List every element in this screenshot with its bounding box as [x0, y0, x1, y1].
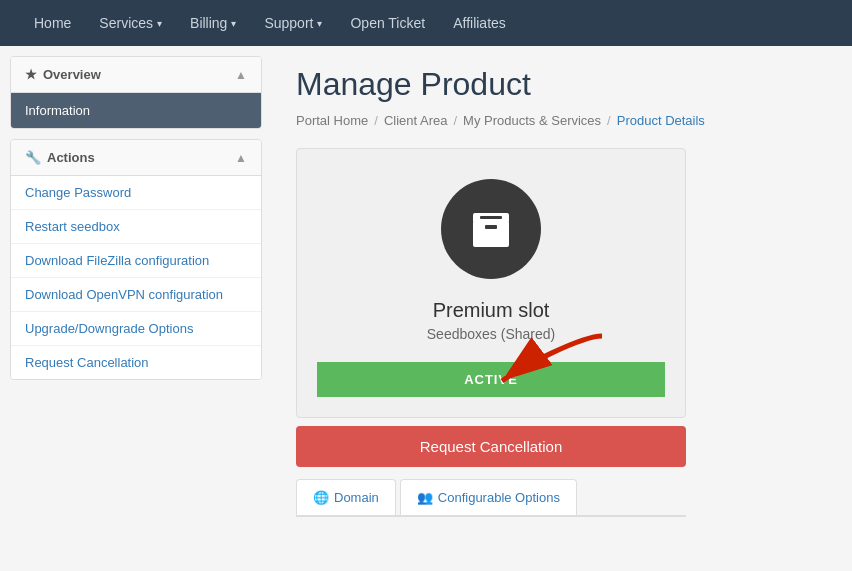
nav-affiliates[interactable]: Affiliates — [439, 1, 520, 45]
nav-open-ticket[interactable]: Open Ticket — [336, 1, 439, 45]
overview-chevron-icon: ▲ — [235, 68, 247, 82]
support-chevron-icon: ▾ — [317, 18, 322, 29]
page-title: Manage Product — [296, 66, 828, 103]
svg-rect-3 — [480, 216, 502, 219]
breadcrumb-portal-home[interactable]: Portal Home — [296, 113, 368, 128]
sidebar-item-download-openvpn[interactable]: Download OpenVPN configuration — [11, 278, 261, 312]
overview-section-header: ★ Overview ▲ — [11, 57, 261, 93]
product-type: Seedboxes (Shared) — [427, 326, 555, 342]
billing-chevron-icon: ▾ — [231, 18, 236, 29]
nav-services[interactable]: Services ▾ — [85, 1, 176, 45]
overview-label: Overview — [43, 67, 101, 82]
sidebar-item-information[interactable]: Information — [11, 93, 261, 128]
product-name: Premium slot — [433, 299, 550, 322]
star-icon: ★ — [25, 67, 37, 82]
seedbox-icon — [465, 203, 517, 255]
sidebar-item-upgrade-downgrade[interactable]: Upgrade/Downgrade Options — [11, 312, 261, 346]
actions-label: Actions — [47, 150, 95, 165]
tab-configurable-options[interactable]: 👥 Configurable Options — [400, 479, 577, 515]
wrench-icon: 🔧 — [25, 150, 41, 165]
actions-section: 🔧 Actions ▲ Change Password Restart seed… — [10, 139, 262, 380]
breadcrumb-client-area[interactable]: Client Area — [384, 113, 448, 128]
product-status-bar: ACTIVE — [317, 362, 665, 397]
nav-billing[interactable]: Billing ▾ — [176, 1, 250, 45]
sidebar: ★ Overview ▲ Information 🔧 Actions ▲ Cha… — [0, 46, 272, 571]
sidebar-item-restart-seedbox[interactable]: Restart seedbox — [11, 210, 261, 244]
sidebar-item-request-cancellation[interactable]: Request Cancellation — [11, 346, 261, 379]
main-content: Manage Product Portal Home / Client Area… — [272, 46, 852, 571]
breadcrumb-my-products[interactable]: My Products & Services — [463, 113, 601, 128]
sidebar-item-change-password[interactable]: Change Password — [11, 176, 261, 210]
product-card: Premium slot Seedboxes (Shared) ACTIVE — [296, 148, 686, 418]
sidebar-item-download-filezilla[interactable]: Download FileZilla configuration — [11, 244, 261, 278]
services-chevron-icon: ▾ — [157, 18, 162, 29]
tab-domain[interactable]: 🌐 Domain — [296, 479, 396, 515]
actions-section-header: 🔧 Actions ▲ — [11, 140, 261, 176]
svg-rect-0 — [473, 221, 509, 247]
page-wrapper: ★ Overview ▲ Information 🔧 Actions ▲ Cha… — [0, 46, 852, 571]
cancel-button[interactable]: Request Cancellation — [296, 426, 686, 467]
nav-support[interactable]: Support ▾ — [250, 1, 336, 45]
product-icon-circle — [441, 179, 541, 279]
top-navigation: Home Services ▾ Billing ▾ Support ▾ Open… — [0, 0, 852, 46]
breadcrumb: Portal Home / Client Area / My Products … — [296, 113, 828, 128]
actions-chevron-icon: ▲ — [235, 151, 247, 165]
globe-icon: 🌐 — [313, 490, 329, 505]
product-tabs: 🌐 Domain 👥 Configurable Options — [296, 479, 686, 517]
nav-home[interactable]: Home — [20, 1, 85, 45]
breadcrumb-product-details: Product Details — [617, 113, 705, 128]
users-icon: 👥 — [417, 490, 433, 505]
svg-rect-2 — [485, 225, 497, 229]
overview-section: ★ Overview ▲ Information — [10, 56, 262, 129]
